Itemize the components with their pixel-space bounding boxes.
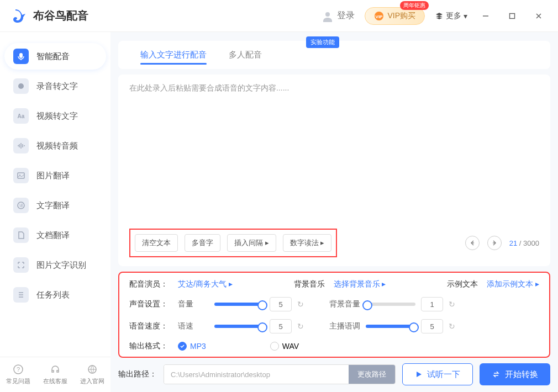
titlebar: 布谷鸟配音 登录 VIP VIP购买 周年钜惠 更多 ▾	[0, 0, 558, 32]
editor-panel: 清空文本 多音字 插入间隔 ▸ 数字读法 ▸ 21 / 3000	[118, 75, 550, 266]
app-logo: 布谷鸟配音	[11, 7, 88, 25]
actor-label: 配音演员：	[129, 279, 169, 289]
speed-reset[interactable]: ↻	[297, 322, 304, 331]
scan-icon	[13, 257, 29, 273]
sidebar-item-doc-translate[interactable]: 文档翻译	[4, 222, 106, 248]
sound-label: 声音设置：	[129, 299, 169, 309]
chevron-down-icon: ▾	[464, 12, 467, 20]
tone-slider[interactable]	[366, 325, 415, 328]
sidebar-item-ocr[interactable]: 图片文字识别	[4, 252, 106, 278]
speed-label: 语音速度：	[129, 321, 169, 331]
support-button[interactable]: 在线客服	[37, 357, 74, 392]
volume-reset[interactable]: ↻	[297, 300, 304, 309]
svg-text:VIP: VIP	[376, 14, 383, 19]
convert-icon	[492, 370, 501, 379]
speed-value[interactable]	[270, 319, 292, 333]
actor-select[interactable]: 艾达/商务大气 ▸	[178, 279, 233, 289]
text-input[interactable]	[129, 83, 539, 229]
preview-button[interactable]: 试听一下	[402, 363, 473, 385]
sidebar-item-image-translate[interactable]: 图片翻译	[4, 162, 106, 189]
app-name: 布谷鸟配音	[33, 8, 88, 23]
bgm-label: 背景音乐	[294, 279, 325, 289]
doc-icon	[13, 227, 29, 243]
bird-icon	[11, 7, 29, 25]
more-button[interactable]: 更多 ▾	[435, 11, 467, 21]
sidebar-item-tasks[interactable]: 任务列表	[4, 282, 106, 308]
volume-slider[interactable]	[214, 303, 264, 306]
svg-rect-5	[510, 13, 515, 18]
website-button[interactable]: 进入官网	[73, 357, 110, 392]
close-button[interactable]	[530, 8, 547, 24]
tone-value[interactable]	[421, 319, 443, 333]
format-mp3-radio[interactable]: MP3	[178, 342, 206, 351]
convert-button[interactable]: 开始转换	[480, 363, 550, 385]
user-icon	[322, 10, 334, 22]
faq-button[interactable]: ?常见问题	[0, 357, 37, 392]
editor-toolbar: 清空文本 多音字 插入间隔 ▸ 数字读法 ▸	[129, 229, 337, 257]
sidebar-item-video-to-text[interactable]: Aa视频转文字	[4, 103, 106, 129]
text-aa-icon: Aa	[13, 108, 29, 124]
volume-value[interactable]	[270, 297, 292, 311]
sidebar-item-audio-to-text[interactable]: 录音转文字	[4, 73, 106, 99]
output-label: 输出路径：	[118, 369, 157, 379]
insert-pause-button[interactable]: 插入间隔 ▸	[227, 234, 276, 252]
login-button[interactable]: 登录	[322, 10, 355, 22]
sidebar-bottom: ?常见问题 在线客服 进入官网	[0, 357, 110, 392]
sample-select[interactable]: 添加示例文本 ▸	[487, 279, 539, 289]
vip-promo-badge: 周年钜惠	[400, 1, 429, 10]
polyphone-button[interactable]: 多音字	[185, 234, 220, 252]
bg-volume-slider[interactable]	[366, 303, 415, 306]
sidebar: 智能配音 录音转文字 Aa视频转文字 视频转音频 图片翻译 译文字翻译 文档翻译…	[0, 32, 110, 392]
sample-label: 示例文本	[447, 279, 478, 289]
output-row: 输出路径： 更改路径 试听一下 开始转换	[118, 363, 550, 385]
format-label: 输出格式：	[129, 341, 169, 351]
stack-icon	[435, 12, 444, 20]
experimental-badge: 实验功能	[306, 36, 339, 48]
number-reading-button[interactable]: 数字读法 ▸	[283, 234, 332, 252]
wave-icon	[13, 138, 29, 153]
question-icon: ?	[13, 364, 24, 375]
svg-rect-6	[19, 53, 23, 58]
svg-point-7	[18, 83, 24, 89]
output-path-input[interactable]	[164, 365, 349, 384]
sidebar-item-video-to-audio[interactable]: 视频转音频	[4, 133, 106, 159]
bg-volume-reset[interactable]: ↻	[449, 300, 455, 309]
redo-button[interactable]	[487, 236, 502, 250]
svg-point-0	[17, 11, 19, 13]
settings-panel: 配音演员： 艾达/商务大气 ▸ 背景音乐 选择背景音乐 ▸ 示例文本 添加示例文…	[118, 272, 550, 358]
change-path-button[interactable]: 更改路径	[349, 365, 395, 384]
vip-button[interactable]: VIP VIP购买 周年钜惠	[365, 7, 425, 25]
svg-text:Aa: Aa	[18, 113, 25, 119]
bg-volume-value[interactable]	[421, 297, 443, 311]
tab-text-dub[interactable]: 输入文字进行配音	[129, 41, 218, 69]
format-wav-radio[interactable]: WAV	[270, 342, 299, 351]
clear-text-button[interactable]: 清空文本	[135, 234, 178, 252]
char-count: 21 / 3000	[509, 239, 539, 247]
tone-reset[interactable]: ↻	[449, 322, 455, 331]
globe-icon	[87, 364, 98, 375]
list-icon	[13, 287, 29, 303]
svg-text:?: ?	[17, 366, 20, 373]
sidebar-item-text-translate[interactable]: 译文字翻译	[4, 192, 106, 219]
vip-crown-icon: VIP	[374, 11, 384, 21]
svg-text:译: 译	[19, 204, 23, 208]
translate-icon: 译	[13, 198, 29, 213]
mic-icon	[13, 49, 29, 64]
minimize-button[interactable]	[477, 8, 494, 24]
headset-icon	[50, 364, 61, 375]
svg-point-1	[325, 12, 330, 17]
record-icon	[13, 78, 29, 94]
speed-slider[interactable]	[214, 325, 264, 328]
sidebar-item-smart-dub[interactable]: 智能配音	[4, 43, 106, 70]
bgm-select[interactable]: 选择背景音乐 ▸	[334, 279, 386, 289]
tab-multi-dub[interactable]: 多人配音	[218, 41, 273, 69]
main-panel: 输入文字进行配音 多人配音 实验功能 清空文本 多音字 插入间隔 ▸ 数字读法 …	[110, 32, 558, 392]
undo-button[interactable]	[465, 236, 480, 250]
play-icon	[415, 370, 423, 378]
maximize-button[interactable]	[504, 8, 520, 24]
image-icon	[13, 168, 29, 183]
